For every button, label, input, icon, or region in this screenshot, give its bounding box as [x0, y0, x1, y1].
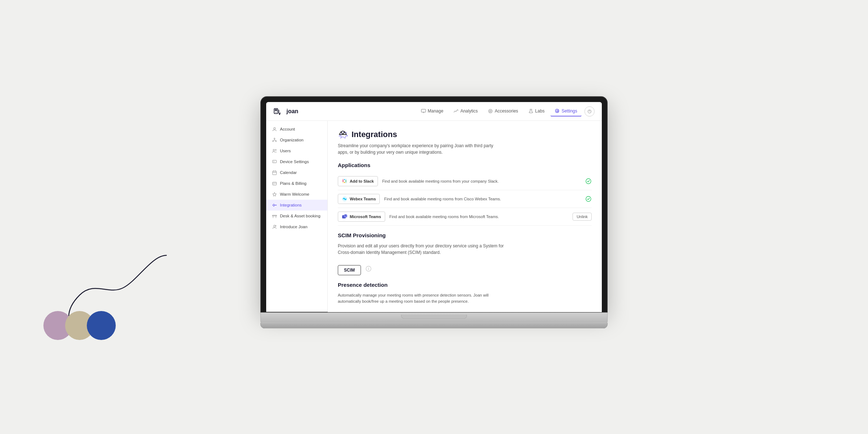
scim-button[interactable]: SCIM [338, 265, 361, 275]
msteams-integration-row: Microsoft Teams Find and book available … [338, 208, 592, 226]
svg-point-10 [274, 138, 275, 139]
sidebar-item-account[interactable]: Account [266, 124, 327, 135]
msteams-icon [342, 214, 348, 220]
svg-rect-19 [273, 184, 274, 185]
laptop-base [260, 312, 608, 323]
presence-desc: Automatically manage your meeting rooms … [338, 292, 504, 304]
tab-analytics[interactable]: Analytics [449, 106, 482, 116]
settings-icon [555, 109, 560, 114]
slack-status [585, 178, 592, 184]
sidebar-item-plans-billing[interactable]: Plans & Billing [266, 178, 327, 189]
slack-icon [342, 178, 348, 184]
svg-point-40 [368, 267, 369, 268]
slack-desc: Find and book available meeting rooms fr… [382, 179, 581, 183]
slack-integration-row: Add to Slack Find and book available mee… [338, 173, 592, 190]
webex-desc: Find and book available meeting rooms fr… [384, 197, 581, 201]
introduce-icon [272, 224, 277, 229]
deco-circles [43, 311, 116, 340]
svg-point-22 [274, 225, 276, 227]
sidebar-item-device-settings[interactable]: Device Settings [266, 156, 327, 167]
presence-section: Presence detection Automatically manage … [338, 282, 592, 304]
integration-icon [272, 203, 277, 208]
msteams-button[interactable]: Microsoft Teams [338, 212, 385, 222]
svg-rect-17 [273, 171, 277, 175]
laptop-stand [260, 323, 608, 328]
app-header: joan Manage Analytics Accessories [266, 102, 602, 121]
svg-point-6 [490, 110, 491, 112]
joan-logo-icon [273, 106, 284, 116]
chart-icon [454, 109, 459, 114]
screen-icon [421, 109, 426, 114]
laptop: joan Manage Analytics Accessories [260, 96, 608, 328]
svg-point-3 [279, 114, 280, 115]
svg-point-7 [557, 110, 558, 112]
webex-integration-row: Webex Teams Find and book available meet… [338, 190, 592, 208]
webex-status [585, 196, 592, 202]
page-title-row: Integrations [338, 129, 592, 140]
users-icon [272, 148, 277, 153]
device-icon [272, 159, 277, 164]
sidebar-item-calendar[interactable]: Calendar [266, 167, 327, 178]
svg-rect-1 [275, 109, 277, 111]
applications-section: Applications [338, 162, 592, 226]
svg-rect-15 [273, 160, 277, 163]
tab-manage[interactable]: Manage [417, 106, 448, 116]
calendar-icon [272, 170, 277, 175]
presence-title: Presence detection [338, 282, 592, 288]
desk-icon [272, 213, 277, 218]
power-icon [587, 109, 592, 114]
labs-icon [528, 109, 533, 114]
page-subtitle: Streamline your company's workplace expe… [338, 142, 504, 156]
svg-rect-30 [344, 182, 345, 183]
scim-row: SCIM [338, 262, 592, 275]
applications-title: Applications [338, 162, 592, 168]
svg-rect-29 [345, 182, 346, 183]
scim-title: SCIM Provisioning [338, 232, 592, 238]
laptop-screen-outer: joan Manage Analytics Accessories [260, 96, 608, 312]
scim-section: SCIM Provisioning Provision and edit all… [338, 232, 592, 275]
brand-name: joan [286, 108, 298, 115]
sidebar-item-organization[interactable]: Organization [266, 135, 327, 145]
billing-icon [272, 181, 277, 186]
sidebar-item-warm-welcome[interactable]: Warm Welcome [266, 189, 327, 200]
app-logo: joan [273, 106, 298, 116]
power-button[interactable] [584, 106, 595, 116]
svg-rect-31 [342, 182, 344, 183]
svg-rect-27 [345, 179, 346, 180]
scim-desc: Provision and edit all your users direct… [338, 243, 504, 256]
page-title: Integrations [352, 130, 397, 139]
tab-labs[interactable]: Labs [524, 106, 549, 116]
info-icon [366, 266, 371, 272]
svg-point-5 [489, 109, 492, 113]
sidebar-item-integrations[interactable]: Integrations [266, 200, 327, 210]
tab-settings[interactable]: Settings [550, 106, 582, 116]
check-circle-icon-webex [586, 196, 591, 202]
svg-point-13 [273, 149, 275, 151]
unlink-button[interactable]: Unlink [573, 213, 592, 221]
circle-blue [87, 311, 116, 340]
svg-point-2 [276, 111, 276, 112]
svg-point-34 [344, 199, 345, 200]
nav-tabs: Manage Analytics Accessories Labs [417, 106, 582, 116]
svg-rect-16 [273, 161, 275, 162]
svg-rect-24 [342, 180, 344, 182]
app-body: Account Organization Users Device Settin… [266, 121, 602, 312]
sidebar-item-users[interactable]: Users [266, 145, 327, 156]
sidebar-item-introduce-joan[interactable]: Introduce Joan [266, 221, 327, 232]
svg-point-11 [273, 141, 274, 142]
integrations-title-icon [338, 129, 348, 140]
accessories-icon [488, 109, 493, 114]
laptop-screen: joan Manage Analytics Accessories [266, 102, 602, 312]
webex-teams-button[interactable]: Webex Teams [338, 194, 380, 204]
add-to-slack-button[interactable]: Add to Slack [338, 176, 378, 186]
svg-point-12 [276, 141, 277, 142]
svg-rect-18 [273, 182, 277, 185]
scim-info-icon [365, 265, 372, 272]
svg-rect-4 [421, 109, 426, 112]
user-icon [272, 127, 277, 132]
svg-point-38 [345, 214, 346, 216]
svg-rect-25 [342, 179, 344, 180]
sidebar: Account Organization Users Device Settin… [266, 121, 328, 312]
tab-accessories[interactable]: Accessories [484, 106, 523, 116]
sidebar-item-desk-asset[interactable]: Desk & Asset booking [266, 210, 327, 221]
